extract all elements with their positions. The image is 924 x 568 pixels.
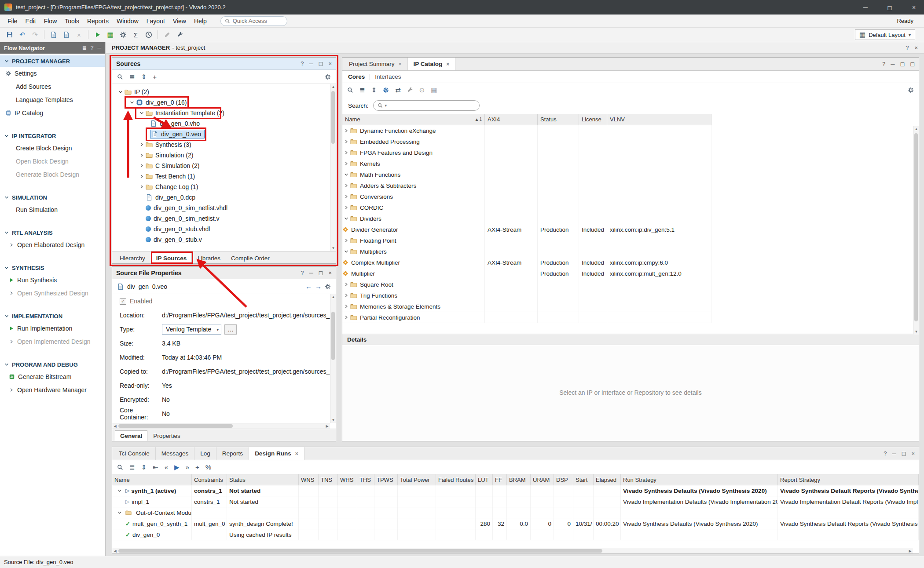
tab-tcl-console[interactable]: Tcl Console — [113, 447, 156, 460]
chevron-right-icon[interactable] — [342, 128, 350, 133]
percent-button[interactable]: % — [205, 463, 211, 471]
type-combobox[interactable]: Verilog Template ▾ — [162, 324, 221, 335]
tree-row-sim-netlist-v[interactable]: div_gen_0_sim_netlist.v — [112, 213, 336, 224]
tree-row-vho[interactable]: div_gen_0.vho — [112, 118, 336, 129]
copy-button[interactable] — [48, 29, 59, 40]
chevron-down-icon[interactable] — [342, 216, 350, 221]
chevron-right-icon[interactable] — [138, 153, 146, 158]
sidebar-item-run-implementation[interactable]: Run Implementation — [0, 322, 105, 335]
catalog-search-input[interactable]: ▾ — [373, 100, 480, 111]
chevron-down-icon[interactable] — [128, 100, 136, 105]
minimize-icon[interactable]: ─ — [891, 61, 895, 67]
sidebar-item-open-hardware-manager[interactable]: Open Hardware Manager — [0, 383, 105, 397]
catalog-row-complex-multiplier[interactable]: Complex MultiplierAXI4-StreamProductionI… — [342, 257, 711, 268]
tab-messages[interactable]: Messages — [156, 447, 195, 460]
window-close-button[interactable]: × — [904, 0, 924, 15]
menu-flow[interactable]: Flow — [40, 15, 61, 27]
sidebar-item-ip-catalog[interactable]: IP Catalog — [0, 106, 105, 120]
settings-button[interactable] — [117, 29, 129, 40]
catalog-row-cordic[interactable]: CORDIC — [342, 202, 711, 213]
collapse-all-button[interactable]: ≣ — [129, 73, 135, 81]
properties-vertical-scrollbar[interactable]: ▲ ▼ — [330, 294, 336, 423]
tree-row-veo-selected[interactable]: div_gen_0.veo — [112, 129, 336, 139]
column-header[interactable]: LUT — [476, 474, 493, 485]
window-minimize-button[interactable]: ─ — [855, 0, 876, 15]
redo-button[interactable]: ↷ — [29, 29, 41, 40]
column-header[interactable]: Start — [573, 474, 594, 485]
column-header[interactable]: WNS — [299, 474, 319, 485]
nav-header-project-manager[interactable]: PROJECT MANAGER — [0, 55, 105, 67]
properties-horizontal-scrollbar[interactable]: ◀ ▶ — [112, 423, 330, 429]
sort-indicator[interactable]: ▲1 — [475, 117, 482, 122]
subtab-interfaces[interactable]: Interfaces — [375, 73, 401, 80]
sidebar-item-run-simulation[interactable]: Run Simulation — [0, 203, 105, 216]
scrollbar-thumb[interactable] — [914, 133, 918, 321]
timer-button[interactable] — [143, 29, 154, 40]
window-maximize-button[interactable]: ◻ — [880, 0, 900, 15]
nav-header-implementation[interactable]: IMPLEMENTATION — [0, 310, 105, 322]
minimize-icon[interactable]: ─ — [97, 45, 101, 51]
tab-compile-order[interactable]: Compile Order — [226, 253, 275, 263]
tree-row-simulation[interactable]: Simulation (2) — [112, 150, 336, 160]
add-sources-button[interactable]: + — [153, 73, 157, 80]
settings-button[interactable] — [325, 74, 331, 80]
close-icon[interactable]: × — [914, 44, 918, 51]
chevron-right-icon[interactable] — [342, 293, 350, 298]
catalog-row-floating-point[interactable]: Floating Point — [342, 235, 711, 246]
catalog-row-multipliers[interactable]: Multipliers — [342, 246, 711, 257]
minimize-icon[interactable]: ─ — [309, 269, 313, 276]
layout-selector[interactable]: ▦ Default Layout ▾ — [855, 29, 915, 40]
chevron-right-icon[interactable] — [342, 282, 350, 287]
help-icon[interactable]: ? — [91, 45, 94, 51]
chevron-right-icon[interactable] — [9, 242, 14, 248]
chevron-right-icon[interactable] — [342, 315, 350, 320]
chevron-right-icon[interactable] — [342, 194, 350, 199]
run-button[interactable]: ▶ — [174, 463, 180, 471]
column-header[interactable]: TPWS — [374, 474, 398, 485]
chevron-down-icon[interactable] — [138, 110, 146, 116]
save-button[interactable] — [4, 29, 15, 40]
nav-header-program-and-debug[interactable]: PROGRAM AND DEBUG — [0, 359, 105, 370]
tree-row-synthesis[interactable]: Synthesis (3) — [112, 139, 336, 150]
catalog-row-fpga-features[interactable]: FPGA Features and Design — [342, 147, 711, 158]
column-header[interactable]: Elapsed — [594, 474, 621, 485]
chevron-right-icon[interactable] — [9, 387, 14, 393]
scroll-up-icon[interactable]: ▲ — [330, 294, 336, 300]
column-header[interactable]: TNS — [319, 474, 338, 485]
run-row-impl-1[interactable]: ▷impl_1 constrs_1 Not started Vivado Imp… — [112, 496, 919, 507]
help-icon[interactable]: ? — [301, 269, 304, 276]
maximize-icon[interactable]: ◻ — [319, 60, 323, 67]
help-icon[interactable]: ? — [301, 60, 304, 67]
chevron-right-icon[interactable] — [9, 339, 14, 344]
undo-button[interactable]: ↶ — [16, 29, 28, 40]
tab-reports[interactable]: Reports — [216, 447, 249, 460]
chevron-down-icon[interactable] — [117, 89, 125, 95]
close-icon[interactable]: × — [446, 61, 449, 67]
scrollbar-thumb[interactable] — [118, 549, 602, 553]
help-icon[interactable]: ? — [884, 450, 887, 457]
menu-reports[interactable]: Reports — [83, 15, 113, 27]
chevron-right-icon[interactable] — [342, 150, 350, 155]
sidebar-item-open-synthesized-design[interactable]: Open Synthesized Design — [0, 287, 105, 300]
chevron-right-icon[interactable] — [342, 304, 350, 309]
create-run-button[interactable]: + — [195, 463, 199, 471]
chevron-down-icon[interactable] — [342, 249, 350, 254]
catalog-row-divider-generator[interactable]: Divider GeneratorAXI4-StreamProductionIn… — [342, 224, 711, 235]
sources-vertical-scrollbar[interactable]: ▲ ▼ — [330, 84, 336, 251]
chevron-right-icon[interactable] — [342, 139, 350, 144]
back-button[interactable]: ← — [305, 283, 312, 290]
catalog-row-multiplier[interactable]: MultiplierProductionIncludedxilinx.com:i… — [342, 268, 711, 279]
enabled-checkbox[interactable]: ✓ — [120, 298, 126, 305]
run-group-out-of-context[interactable]: Out-of-Context Module Runs — [112, 507, 919, 518]
sidebar-item-language-templates[interactable]: Language Templates — [0, 93, 105, 106]
target-button[interactable]: ⊙ — [419, 86, 425, 94]
sidebar-item-generate-block-design[interactable]: Generate Block Design — [0, 168, 105, 181]
column-header-status[interactable]: Status — [538, 114, 579, 125]
catalog-vertical-scrollbar[interactable]: ▲ ▼ — [913, 126, 919, 335]
column-header[interactable]: BRAM — [507, 474, 531, 485]
tab-design-runs[interactable]: Design Runs× — [249, 447, 304, 460]
menu-edit[interactable]: Edit — [22, 15, 40, 27]
subtab-cores[interactable]: Cores — [348, 73, 365, 80]
skip-to-start-button[interactable]: ⇤ — [153, 463, 158, 471]
column-header[interactable]: URAM — [531, 474, 554, 485]
